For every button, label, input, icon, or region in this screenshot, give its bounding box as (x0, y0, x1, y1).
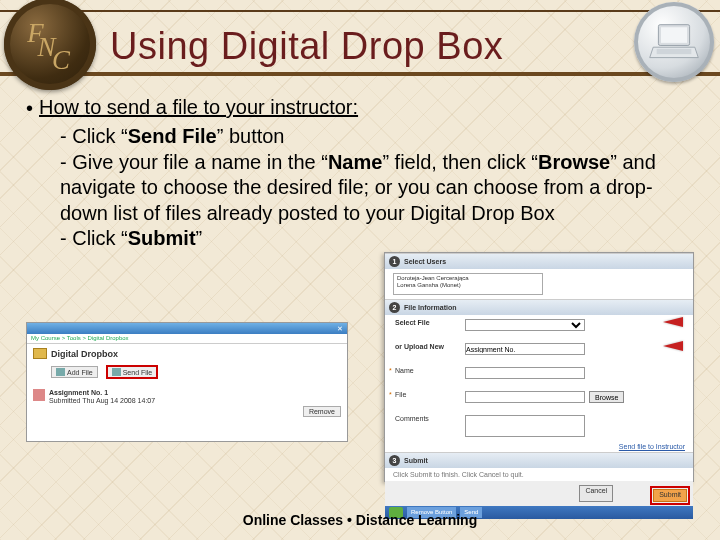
form-footer: Cancel Submit (385, 481, 693, 506)
laptop-icon (648, 22, 700, 62)
step-1: - Click “Send File” button (60, 124, 694, 150)
assignment-name: Assignment No. 1 (49, 389, 108, 396)
breadcrumb: My Course > Tools > Digital Dropbox (27, 334, 347, 344)
row-select-file: Select File (385, 315, 693, 339)
step-2-bold1: Name (328, 151, 382, 173)
section-select-users: 1Select Users Doroteja-Jean Cercerająca … (385, 253, 693, 299)
assignment-text: Assignment No. 1 Submitted Thu Aug 14 20… (49, 389, 155, 406)
file-icon (33, 389, 45, 401)
label-file: File (395, 391, 457, 398)
step-2: - Give your file a name in the “Name” fi… (60, 150, 694, 227)
step-2-bold2: Browse (538, 151, 610, 173)
footer-text: Online Classes • Distance Learning (0, 512, 720, 528)
label-upload-new: or Upload New (395, 343, 457, 350)
section-submit: 3Submit Click Submit to finish. Click Ca… (385, 452, 693, 506)
row-instructor-link: Send file to Instructor (385, 441, 693, 452)
dropbox-heading-text: Digital Dropbox (51, 349, 118, 359)
step-1-bold: Send File (128, 125, 217, 147)
add-file-button[interactable]: Add File (51, 366, 98, 378)
svg-rect-5 (657, 49, 692, 54)
logo-badge: F N C (4, 0, 96, 90)
section-1-title: Select Users (404, 258, 446, 265)
row-name: * Name (385, 363, 693, 387)
add-file-label: Add File (67, 369, 93, 376)
section-1-header: 1Select Users (385, 254, 693, 269)
remove-button[interactable]: Remove (303, 406, 341, 417)
folder-icon (33, 348, 47, 359)
row-file: * File Browse (385, 387, 693, 411)
lead-text: How to send a file to your instructor: (39, 96, 358, 119)
users-body: Doroteja-Jean Cercerająca Lorena Gansha … (385, 269, 693, 299)
user-option-1: Doroteja-Jean Cercerająca (397, 275, 539, 282)
row-upload-new: or Upload New (385, 339, 693, 363)
step-number-1: 1 (389, 256, 400, 267)
callout-arrow-icon (663, 341, 683, 351)
lead-bullet-row: • How to send a file to your instructor: (26, 96, 694, 120)
required-star-icon: * (389, 391, 392, 398)
label-name: Name (395, 367, 457, 374)
name-input[interactable] (465, 367, 585, 379)
step-2-pre: - Give your file a name in the “ (60, 151, 328, 173)
screenshot-dropbox-list: ✕ My Course > Tools > Digital Dropbox Di… (26, 322, 348, 442)
section-file-info: 2File Information Select File or Upload … (385, 299, 693, 452)
section-2-header: 2File Information (385, 300, 693, 315)
content-area: • How to send a file to your instructor:… (0, 82, 720, 252)
file-input[interactable] (465, 391, 585, 403)
dropbox-toolbar: Add File Send File (27, 363, 347, 385)
laptop-badge (634, 2, 714, 82)
page-title: Using Digital Drop Box (110, 25, 503, 68)
select-file-dropdown[interactable] (465, 319, 585, 331)
cancel-button[interactable]: Cancel (579, 485, 613, 502)
step-2-mid: ” field, then click “ (382, 151, 538, 173)
dropbox-heading: Digital Dropbox (27, 344, 347, 363)
header-rule-top (0, 10, 720, 12)
step-number-3: 3 (389, 455, 400, 466)
screenshot-send-file-form: 1Select Users Doroteja-Jean Cercerająca … (384, 252, 694, 482)
submit-hint: Click Submit to finish. Click Cancel to … (385, 468, 693, 481)
section-3-title: Submit (404, 457, 428, 464)
label-comments: Comments (395, 415, 457, 422)
step-number-2: 2 (389, 302, 400, 313)
browse-button[interactable]: Browse (589, 391, 624, 403)
callout-arrow-icon (663, 317, 683, 327)
row-comments: Comments (385, 411, 693, 441)
upload-new-input[interactable] (465, 343, 585, 355)
step-3-post: ” (196, 227, 203, 249)
step-3-bold: Submit (128, 227, 196, 249)
logo-monogram-icon: F N C (19, 13, 81, 75)
assignment-row: Assignment No. 1 Submitted Thu Aug 14 20… (27, 385, 347, 410)
step-1-pre: - Click “ (60, 125, 128, 147)
steps-block: - Click “Send File” button - Give your f… (60, 124, 694, 252)
required-star-icon: * (389, 367, 392, 374)
label-select-file: Select File (395, 319, 457, 326)
send-to-instructor-link[interactable]: Send file to Instructor (619, 443, 685, 450)
window-titlebar: ✕ (27, 323, 347, 334)
step-3: - Click “Submit” (60, 226, 694, 252)
header-rule-bottom (0, 72, 720, 76)
send-file-label: Send File (123, 369, 153, 376)
header: F N C Using Digital Drop Box (0, 0, 720, 82)
svg-text:C: C (52, 45, 71, 75)
step-1-post: ” button (217, 125, 285, 147)
section-2-title: File Information (404, 304, 457, 311)
assignment-date: Submitted Thu Aug 14 2008 14:07 (49, 397, 155, 404)
section-3-header: 3Submit (385, 453, 693, 468)
step-3-pre: - Click “ (60, 227, 128, 249)
user-option-2: Lorena Gansha (Monet) (397, 282, 539, 289)
submit-button[interactable]: Submit (653, 489, 687, 502)
add-file-icon (56, 368, 65, 376)
send-file-icon (112, 368, 121, 376)
screenshots-area: ✕ My Course > Tools > Digital Dropbox Di… (26, 322, 694, 482)
bullet-icon: • (26, 96, 33, 120)
comments-input[interactable] (465, 415, 585, 437)
svg-rect-4 (661, 27, 687, 43)
users-listbox[interactable]: Doroteja-Jean Cercerająca Lorena Gansha … (393, 273, 543, 295)
send-file-button[interactable]: Send File (106, 365, 159, 379)
